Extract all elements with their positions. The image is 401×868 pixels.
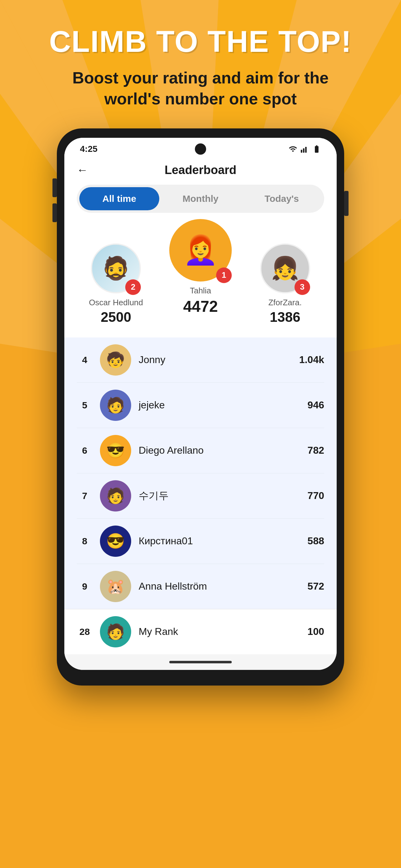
status-time: 4:25 [80,144,97,154]
svg-rect-12 [301,150,302,153]
rank-badge-1: 1 [216,268,232,283]
my-rank-name: My Rank [139,626,300,638]
my-rank-number: 28 [77,626,93,637]
hero-subtitle: Boost your rating and aim for the world'… [60,67,341,110]
list-name: Anna Hellström [139,581,300,592]
list-item: 7 🧑 수기두 770 [77,473,324,519]
list-score: 572 [308,581,324,592]
tab-todays[interactable]: Today's [242,187,322,210]
player-score-1: 4472 [183,298,218,316]
my-rank-row: 28 🧑 My Rank 100 [64,609,337,654]
list-score: 770 [308,490,324,501]
wifi-icon [289,145,297,153]
rank-badge-2: 2 [125,279,141,295]
home-bar [169,661,232,663]
list-item: 8 😎 Кирстина01 588 [77,519,324,564]
list-name: 수기두 [139,489,300,503]
my-rank-score: 100 [308,626,324,638]
list-score: 1.04k [299,354,324,366]
tab-all-time[interactable]: All time [79,187,159,210]
battery-icon [312,145,321,153]
list-avatar: 🧒 [100,344,131,376]
list-rank: 9 [77,581,93,592]
phone-mockup: 4:25 [57,128,344,685]
my-rank-avatar: 🧑 [100,616,131,647]
app-header: ← Leaderboard [64,157,337,185]
player-name-2: Oscar Hedlund [89,298,143,307]
rank-badge-3: 3 [295,279,310,295]
list-item: 9 🐹 Anna Hellström 572 [77,564,324,609]
player-score-2: 2500 [101,309,131,325]
home-indicator [64,654,337,670]
list-rank: 5 [77,400,93,410]
list-rank: 6 [77,445,93,456]
podium-third: 👧 3 ZforZara. 1386 [243,243,327,325]
phone-screen: 4:25 [64,138,337,670]
page-title: Leaderboard [165,163,236,177]
list-score: 588 [308,535,324,547]
podium-second: 🧔 2 Oscar Hedlund 2500 [74,243,158,325]
avatar-wrapper-1: 👩‍🦰 1 [169,219,232,281]
tab-monthly[interactable]: Monthly [161,187,240,210]
hero-title: CLIMB TO THE TOP! [49,25,352,58]
list-item: 6 😎 Diego Arellano 782 [77,428,324,473]
list-name: jejeke [139,399,300,411]
player-score-3: 1386 [270,309,300,325]
list-rank: 7 [77,491,93,501]
list-avatar: 🐹 [100,571,131,602]
volume-up-button [53,178,57,197]
status-bar: 4:25 [64,138,337,157]
signal-icon [300,145,309,153]
svg-rect-13 [303,148,304,153]
leaderboard-list: 4 🧒 Jonny 1.04k 5 🧑 jejeke 946 6 😎 Diego [64,337,337,609]
list-score: 782 [308,445,324,456]
list-item: 4 🧒 Jonny 1.04k [77,337,324,383]
list-avatar: 🧑 [100,390,131,421]
camera-notch [195,144,206,155]
list-item: 5 🧑 jejeke 946 [77,383,324,428]
list-avatar: 🧑 [100,480,131,512]
back-button[interactable]: ← [77,163,88,177]
podium-first: 👩‍🦰 1 Tahlia 4472 [158,219,243,316]
svg-rect-14 [305,147,307,153]
tabs-container: All time Monthly Today's [64,185,337,222]
avatar-wrapper-3: 👧 3 [260,243,310,293]
list-name: Jonny [139,354,292,366]
list-rank: 4 [77,354,93,365]
list-avatar: 😎 [100,526,131,557]
power-button [344,191,348,216]
list-score: 946 [308,399,324,411]
list-rank: 8 [77,536,93,547]
player-name-1: Tahlia [190,286,211,296]
volume-down-button [53,204,57,222]
status-icons [289,145,321,153]
player-name-3: ZforZara. [268,298,302,307]
list-name: Кирстина01 [139,535,300,547]
tabs-row: All time Monthly Today's [77,185,324,213]
podium-section: 🧔 2 Oscar Hedlund 2500 👩‍🦰 1 [64,222,337,337]
avatar-wrapper-2: 🧔 2 [91,243,141,293]
list-avatar: 😎 [100,435,131,466]
list-name: Diego Arellano [139,445,300,456]
